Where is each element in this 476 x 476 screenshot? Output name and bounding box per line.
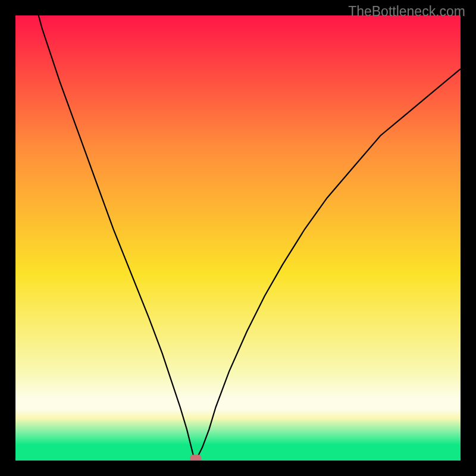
plot-area	[15, 0, 461, 462]
bottleneck-chart	[0, 0, 476, 476]
watermark: TheBottleneck.com	[348, 4, 465, 20]
